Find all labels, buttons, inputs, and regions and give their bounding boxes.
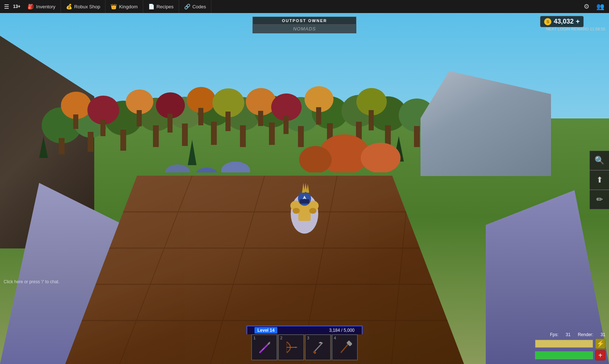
chat-hint[interactable]: Click here or press '/' to chat. — [4, 279, 59, 284]
slot-number-2: 2 — [280, 336, 282, 340]
next-login-time: 11:58:55 — [590, 27, 605, 31]
next-login-label: NEXT LOGIN REWARD — [546, 27, 589, 31]
svg-rect-83 — [313, 351, 316, 354]
social-button[interactable]: 👥 — [595, 1, 605, 12]
zoom-button[interactable]: 🔍 — [589, 151, 609, 170]
slot-number-1: 1 — [253, 336, 256, 340]
menu-icon: ☰ — [4, 3, 9, 10]
currency-add-button[interactable]: + — [576, 18, 580, 25]
inventory-icon: 🎒 — [28, 4, 34, 9]
hotbar-slot-2[interactable]: 2 — [278, 334, 304, 360]
menu-button[interactable]: ☰ — [0, 0, 13, 13]
right-buttons: 🔍 ⬆ ✏ — [589, 151, 609, 209]
character-svg — [288, 181, 321, 235]
svg-marker-73 — [306, 184, 309, 193]
character — [288, 181, 321, 235]
stamina-bar-row: ⚡ — [535, 339, 605, 349]
hotbar-slot-3[interactable]: 3 — [305, 334, 331, 360]
settings-icon: ⚙ — [584, 3, 589, 11]
game-viewport[interactable]: Click here or press '/' to chat. OUTPOST… — [0, 13, 609, 364]
svg-point-68 — [293, 208, 300, 214]
age-label: 13+ — [13, 4, 20, 9]
hotbar-slot-4[interactable]: 4 — [332, 334, 358, 360]
social-icon: 👥 — [596, 3, 604, 11]
nav-kingdom[interactable]: 👑 Kingdom — [105, 0, 143, 13]
xp-current: 3,184 — [329, 328, 340, 333]
chat-hint-text: Click here or press '/' to chat. — [4, 279, 59, 284]
xp-separator: / — [341, 328, 344, 333]
nav-codes-label: Codes — [192, 4, 206, 9]
svg-marker-81 — [295, 347, 298, 348]
nav-inventory-label: Inventory — [36, 4, 55, 9]
currency-display: S 43,032 + — [540, 16, 584, 27]
hotbar-slots: 1 2 3 — [251, 334, 358, 360]
nav-recipes[interactable]: 📄 Recipes — [143, 0, 179, 13]
bottom-right-stats: Fps: 31 Render: 31 ⚡ + — [535, 332, 605, 360]
outpost-title-text: OUTPOST OWNER — [253, 17, 356, 25]
outpost-banner: OUTPOST OWNER NOMADS — [253, 17, 356, 33]
recipes-icon: 📄 — [148, 4, 154, 9]
svg-line-60 — [120, 176, 192, 364]
nav-robux-label: Robux Shop — [74, 4, 100, 9]
bow-icon — [284, 340, 298, 355]
hammer-icon — [337, 340, 352, 355]
svg-marker-78 — [268, 342, 270, 345]
render-label: Render: — [578, 332, 593, 337]
coin-icon: S — [544, 18, 551, 25]
nav-recipes-label: Recipes — [157, 4, 174, 9]
fps-label: Fps: — [550, 332, 558, 337]
edit-button[interactable]: ✏ — [589, 190, 609, 209]
xp-display: 3,184 / 5,000 — [329, 328, 355, 333]
settings-button[interactable]: ⚙ — [581, 1, 592, 12]
lightning-button[interactable]: ⚡ — [595, 339, 605, 349]
slot-number-4: 4 — [334, 336, 336, 340]
currency-amount: 43,032 — [554, 18, 573, 25]
zoom-icon: 🔍 — [594, 156, 604, 165]
svg-line-82 — [314, 343, 322, 352]
up-button[interactable]: ⬆ — [589, 170, 609, 190]
nav-robux-shop[interactable]: 💰 Robux Shop — [61, 0, 106, 13]
nav-kingdom-label: Kingdom — [119, 4, 137, 9]
health-bar-row: + — [535, 350, 605, 360]
hotbar: Level 14 3,184 / 5,000 1 2 — [246, 326, 362, 360]
kingdom-icon: 👑 — [111, 4, 117, 9]
svg-point-69 — [309, 208, 316, 214]
nav-inventory[interactable]: 🎒 Inventory — [22, 0, 61, 13]
edit-icon: ✏ — [596, 195, 603, 204]
robux-icon: 💰 — [66, 4, 72, 9]
hotbar-slot-1[interactable]: 1 — [251, 334, 277, 360]
svg-marker-72 — [304, 183, 307, 192]
health-plus-button[interactable]: + — [595, 350, 605, 360]
render-value: 31 — [601, 332, 605, 337]
sword-icon — [257, 340, 272, 355]
level-badge: Level 14 — [254, 327, 277, 334]
slot-number-3: 3 — [307, 336, 309, 340]
xp-max: 5,000 — [344, 328, 355, 333]
topbar: ☰ 13+ 🎒 Inventory 💰 Robux Shop 👑 Kingdom… — [0, 0, 609, 13]
nav-codes[interactable]: 🔗 Codes — [179, 0, 212, 13]
level-bar-container: Level 14 3,184 / 5,000 — [246, 326, 362, 334]
svg-rect-74 — [300, 199, 309, 204]
fps-value: 31 — [566, 332, 571, 337]
pickaxe-icon — [311, 340, 325, 355]
topbar-right: ⚙ 👥 — [581, 1, 609, 12]
up-icon: ⬆ — [596, 175, 603, 185]
codes-icon: 🔗 — [184, 4, 190, 9]
health-bar — [535, 351, 593, 359]
next-login-reward: NEXT LOGIN REWARD 11:58:55 — [546, 27, 605, 31]
outpost-owner-name: NOMADS — [253, 25, 356, 33]
stamina-bar — [535, 340, 593, 348]
fps-render-display: Fps: 31 Render: 31 — [550, 332, 605, 337]
